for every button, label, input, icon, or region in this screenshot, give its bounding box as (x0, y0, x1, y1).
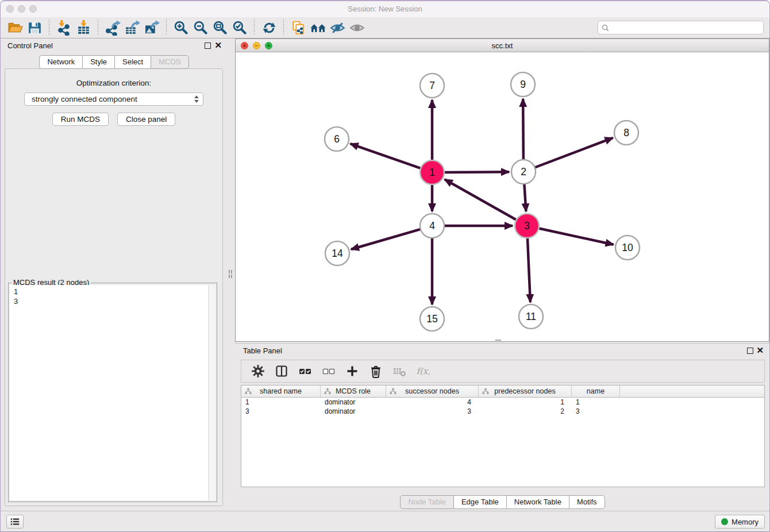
table-row[interactable]: 3dominator323 (241, 407, 764, 416)
export-image-icon[interactable] (142, 19, 161, 36)
column-header-mcds-role[interactable]: MCDS role (321, 385, 386, 397)
network-minimize-button[interactable]: − (253, 42, 260, 49)
search-input[interactable] (611, 23, 760, 33)
graph-edge-4-14[interactable] (351, 229, 422, 249)
criterion-dropdown[interactable]: strongly connected component (24, 92, 203, 106)
table-panel-tabs: Node TableEdge TableNetwork TableMotifs (235, 495, 769, 508)
graph-node-9[interactable]: 9 (511, 72, 535, 97)
graph-node-11[interactable]: 11 (519, 304, 543, 329)
mcds-result-list[interactable]: 13 (10, 285, 208, 500)
table-panel: Table Panel ✕ f(x) shared nameMCDS roles… (235, 343, 769, 511)
graph-edge-1-6[interactable] (351, 144, 422, 168)
run-mcds-button[interactable]: Run MCDS (52, 113, 109, 126)
zoom-fit-icon[interactable] (210, 19, 230, 36)
hide-selected-icon[interactable] (328, 19, 347, 36)
graph-node-1[interactable]: 1 (420, 160, 444, 184)
memory-button[interactable]: Memory (715, 515, 765, 529)
graph-edge-2-9[interactable] (523, 99, 523, 161)
table-tab-edge-table[interactable]: Edge Table (453, 495, 507, 509)
graph-edge-2-8[interactable] (534, 138, 613, 168)
zoom-in-icon[interactable] (171, 19, 191, 36)
refresh-icon[interactable] (259, 19, 279, 36)
close-control-panel-button[interactable]: ✕ (214, 40, 222, 51)
float-table-panel-button[interactable] (747, 348, 753, 354)
open-session-icon[interactable] (5, 19, 25, 36)
close-panel-button[interactable]: Close panel (117, 113, 175, 126)
column-header-successor-nodes[interactable]: successor nodes (386, 385, 479, 397)
svg-text:14: 14 (332, 248, 343, 259)
ui-panel-menu-button[interactable] (6, 515, 24, 529)
network-graph-canvas[interactable]: 7968124314101511 (236, 52, 769, 341)
import-table-icon[interactable] (74, 19, 93, 36)
graph-node-8[interactable]: 8 (614, 121, 638, 145)
svg-text:1: 1 (429, 167, 435, 178)
graph-node-6[interactable]: 6 (325, 127, 349, 151)
graph-node-3[interactable]: 3 (515, 214, 539, 238)
close-table-panel-button[interactable]: ✕ (756, 345, 764, 356)
graph-edge-3-10[interactable] (538, 228, 614, 245)
import-network-icon[interactable] (54, 19, 74, 36)
graph-node-15[interactable]: 15 (420, 307, 444, 331)
list-icon (10, 516, 20, 527)
tab-mcds[interactable]: MCDS (151, 55, 188, 69)
zoom-out-icon[interactable] (191, 19, 210, 36)
graph-node-10[interactable]: 10 (615, 236, 640, 260)
svg-text:7: 7 (429, 80, 435, 91)
criterion-dropdown-value: strongly connected component (32, 95, 137, 103)
graph-edge-3-1[interactable] (445, 179, 518, 220)
column-header-name[interactable]: name (572, 385, 620, 397)
graph-edge-2-3[interactable] (524, 183, 526, 211)
network-resize-handle[interactable] (495, 340, 501, 342)
show-all-icon[interactable] (347, 19, 367, 36)
cell-mcds-role: dominator (321, 398, 386, 407)
tab-style[interactable]: Style (82, 55, 115, 69)
copy-network-icon[interactable] (288, 19, 308, 36)
table-tab-motifs[interactable]: Motifs (569, 495, 605, 509)
panel-splitter[interactable] (227, 38, 235, 511)
graph-node-2[interactable]: 2 (511, 160, 536, 184)
svg-text:2: 2 (521, 166, 526, 178)
graph-node-4[interactable]: 4 (420, 214, 444, 238)
add-row-icon[interactable] (345, 364, 360, 379)
float-control-panel-button[interactable] (205, 43, 211, 49)
zoom-selected-icon[interactable] (230, 19, 249, 36)
table-row[interactable]: 1dominator411 (241, 398, 764, 407)
svg-text:10: 10 (622, 242, 633, 253)
dropdown-stepper-icon (194, 95, 199, 103)
graph-edge-3-11[interactable] (528, 237, 530, 302)
tab-network[interactable]: Network (39, 55, 83, 69)
result-scrollbar[interactable] (209, 285, 215, 500)
save-session-icon[interactable] (25, 19, 44, 36)
toolbar-separator (49, 20, 49, 36)
svg-text:4: 4 (429, 220, 435, 232)
settings-gear-icon[interactable] (251, 364, 265, 379)
select-all-columns-icon[interactable] (298, 364, 313, 379)
export-table-icon[interactable] (122, 19, 142, 36)
column-header-label: MCDS role (336, 387, 371, 395)
tab-select[interactable]: Select (114, 55, 151, 69)
splitter-handle-icon[interactable] (229, 270, 233, 279)
table-panel-title: Table Panel (243, 346, 282, 355)
network-maximize-button[interactable]: + (265, 42, 272, 49)
first-neighbors-icon[interactable] (308, 19, 328, 36)
svg-text:6: 6 (334, 133, 340, 145)
table-tab-network-table[interactable]: Network Table (506, 495, 569, 509)
svg-text:8: 8 (623, 127, 629, 138)
column-header-filler (620, 385, 764, 397)
hierarchy-icon (324, 388, 331, 395)
network-close-button[interactable]: × (241, 42, 248, 49)
status-bar: Memory (1, 511, 769, 531)
graph-node-14[interactable]: 14 (325, 241, 349, 265)
graph-node-7[interactable]: 7 (420, 74, 444, 98)
graph-edge-1-2[interactable] (443, 172, 509, 172)
split-columns-icon[interactable] (274, 364, 289, 379)
export-network-icon[interactable] (103, 19, 122, 36)
unselect-all-columns-icon[interactable] (321, 364, 336, 379)
table-tab-node-table[interactable]: Node Table (400, 495, 454, 509)
toolbar-separator (254, 20, 255, 36)
column-header-predecessor-nodes[interactable]: predecessor nodes (479, 385, 572, 397)
window-title: Session: New Session (1, 1, 769, 17)
delete-row-icon[interactable] (368, 364, 383, 379)
column-header-shared-name[interactable]: shared name (241, 385, 321, 397)
memory-status-icon (721, 518, 728, 525)
